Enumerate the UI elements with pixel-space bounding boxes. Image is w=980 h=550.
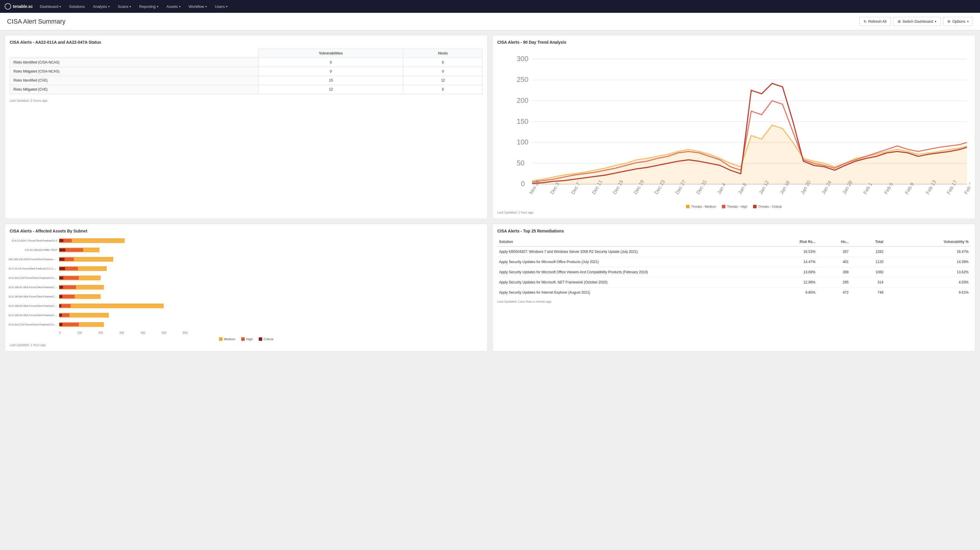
bar-legend-label: High: [246, 338, 253, 341]
rem-vuln: 13.62%: [885, 267, 970, 277]
col-vulnerabilities: Vulnerabilities: [258, 49, 403, 58]
nav-users[interactable]: Users ▾: [212, 0, 231, 13]
remediations-table: Solution Risk Re... Ho... Total Vulnerab…: [497, 238, 970, 298]
rem-solution: Apply Security Updates for Microsoft Off…: [497, 267, 759, 277]
legend-medium: Threats - Medium: [686, 205, 716, 208]
header-actions: ↻ Refresh All ⊞ Switch Dashboard ▾ ⚙ Opt…: [859, 17, 973, 26]
panel1-last-updated: Last Updated: 2 hours ago: [10, 99, 483, 102]
panel-trend: CISA Alerts - 90 Day Trend Analysis 300 …: [492, 35, 975, 219]
rem-total: 1120: [850, 257, 885, 267]
panel2-title: CISA Alerts - Affected Assets By Subnet: [10, 229, 483, 233]
status-table-row: Risks Identified (CISA-NCAS) 0 0: [10, 58, 483, 67]
nav-assets[interactable]: Assets ▾: [163, 0, 184, 13]
bar-row: 10.6.6nd.1/24 ForceClient-FeatureCCA-cli…: [59, 321, 483, 328]
bar-label: 172.16.168.0/24 RBO TEST: [8, 249, 57, 251]
bar-critical: [59, 267, 65, 270]
x-label: 500: [162, 331, 167, 334]
svg-marker-15: [532, 125, 967, 184]
legend-high: Threats - High: [722, 205, 747, 208]
legend-critical-label: Threats - Critical: [758, 205, 782, 208]
rem-solution: Apply Security Updates for Microsoft Off…: [497, 257, 759, 267]
rem-solution: Apply Security Updates for Internet Expl…: [497, 287, 759, 298]
refresh-icon: ↻: [864, 19, 867, 24]
row-label: Risks Identified (CISA-NCAS): [10, 58, 259, 67]
bar-row: 10.6.160.80-3/64 ForceClient-FeatureCCA-…: [59, 293, 483, 300]
bar-critical: [59, 258, 64, 261]
refresh-all-button[interactable]: ↻ Refresh All: [859, 17, 891, 26]
rem-risk: 13.69%: [759, 267, 817, 277]
bar-critical: [59, 314, 62, 317]
row-hosts: 0: [403, 67, 483, 76]
rem-risk: 12.99%: [759, 277, 817, 287]
bar-legend-item: Medium: [219, 338, 235, 341]
panel-bar-chart: CISA Alerts - Affected Assets By Subnet …: [5, 224, 488, 352]
nav-assets-arrow: ▾: [179, 5, 181, 8]
bar-critical: [59, 323, 62, 326]
row-label: Risks Identified (CVE): [10, 76, 259, 85]
bar-row: 10.6.168.61-3/64 ForceClient-FeatureCCA-…: [59, 284, 483, 290]
bar-label: 10.6.168.80-3/64 ForceClient-FeatureCCA-…: [8, 304, 57, 307]
row-hosts: 12: [403, 76, 483, 85]
panel-remediations: CISA Alerts - Top 25 Remediations Soluti…: [492, 224, 975, 352]
rem-hosts: 401: [817, 257, 851, 267]
bar-legend-label: Medium: [224, 338, 235, 341]
navbar: tenable.sc Dashboard ▾ Solutions Analysi…: [0, 0, 980, 13]
nav-dashboard[interactable]: Dashboard ▾: [36, 0, 64, 13]
switch-dashboard-button[interactable]: ⊞ Switch Dashboard ▾: [893, 17, 941, 26]
bar-row: 10.0.14.14 ForceClient-FeatureCCA-1-conc…: [59, 265, 483, 272]
nav-dashboard-arrow: ▾: [59, 5, 61, 8]
bar-label: 10.0.14.14 ForceClient-FeatureCCA-1-conc…: [8, 267, 57, 270]
nav-analysis[interactable]: Analysis ▾: [89, 0, 113, 13]
legend-high-dot: [722, 205, 725, 208]
bar-row: 172.16.168.0/24 RBO TEST: [59, 247, 483, 253]
options-button[interactable]: ⚙ Options ▾: [943, 17, 973, 26]
legend-critical-dot: [753, 205, 757, 208]
nav-workflow[interactable]: Workflow ▾: [185, 0, 210, 13]
bar-critical: [59, 249, 65, 251]
nav-scans[interactable]: Scans ▾: [115, 0, 134, 13]
rem-hosts: 472: [817, 287, 851, 298]
panel3-last-updated: Last Updated: 1 hour ago: [497, 211, 970, 214]
bar-critical: [59, 239, 63, 242]
bar-row: 10.6.15.0/24 | ForceClient-FeatureCA-1: [59, 238, 483, 244]
remediation-row: Apply Security Updates for Microsoft .NE…: [497, 277, 970, 287]
rem-vuln: 14.39%: [885, 257, 970, 267]
rem-risk: 14.47%: [759, 257, 817, 267]
bar-legend-dot: [259, 338, 262, 341]
rem-vuln: 9.61%: [885, 287, 970, 298]
remediation-row: Apply KB5004307: Windows 7 and Windows S…: [497, 246, 970, 257]
panel1-title: CISA Alerts - AA22-011A and AA22-047A St…: [10, 40, 483, 44]
col-hosts: Hosts: [403, 49, 483, 58]
brand-logo[interactable]: tenable.sc: [5, 3, 33, 10]
svg-text:Nov 29: Nov 29: [528, 179, 541, 195]
legend-critical: Threats - Critical: [753, 205, 782, 208]
legend-high-label: Threats - High: [727, 205, 747, 208]
rem-hosts: 295: [817, 277, 851, 287]
nav-solutions[interactable]: Solutions: [65, 0, 88, 13]
rem-hosts: 399: [817, 267, 851, 277]
bar-legend-label: Critical: [264, 338, 274, 341]
nav-reporting[interactable]: Reporting ▾: [135, 0, 162, 13]
rem-vuln: 4.03%: [885, 277, 970, 287]
bar-label: 10.6.168.64-3/64 ForceClient-FeatureCCA-…: [8, 314, 57, 317]
bar-critical: [59, 295, 62, 298]
legend-medium-label: Threats - Medium: [691, 205, 716, 208]
panel-cisa-status: CISA Alerts - AA22-011A and AA22-047A St…: [5, 35, 488, 219]
rem-solution: Apply KB5004307: Windows 7 and Windows S…: [497, 246, 759, 257]
x-label: 300: [119, 331, 124, 334]
page-title: CISA Alert Summary: [7, 18, 65, 25]
panel2-last-updated: Last Updated: 1 hour ago: [10, 343, 483, 347]
bar-medium: [59, 304, 164, 308]
rem-total: 1282: [850, 246, 885, 257]
bar-legend-item: High: [241, 338, 253, 341]
bar-label: 192.168.100.0/24 ForceClient-FeatureCCA-…: [8, 258, 57, 261]
row-hosts: 6: [403, 85, 483, 94]
x-label: 100: [77, 331, 82, 334]
row-vulnerabilities: 0: [258, 67, 403, 76]
rem-total: 748: [850, 287, 885, 298]
refresh-label: Refresh All: [868, 19, 887, 24]
rem-solution: Apply Security Updates for Microsoft .NE…: [497, 277, 759, 287]
x-label: 200: [98, 331, 103, 334]
bar-row: 10.6.168.64-3/64 ForceClient-FeatureCCA-…: [59, 312, 483, 319]
bar-label: 10.6.15.0/24 | ForceClient-FeatureCA-1: [8, 239, 57, 242]
